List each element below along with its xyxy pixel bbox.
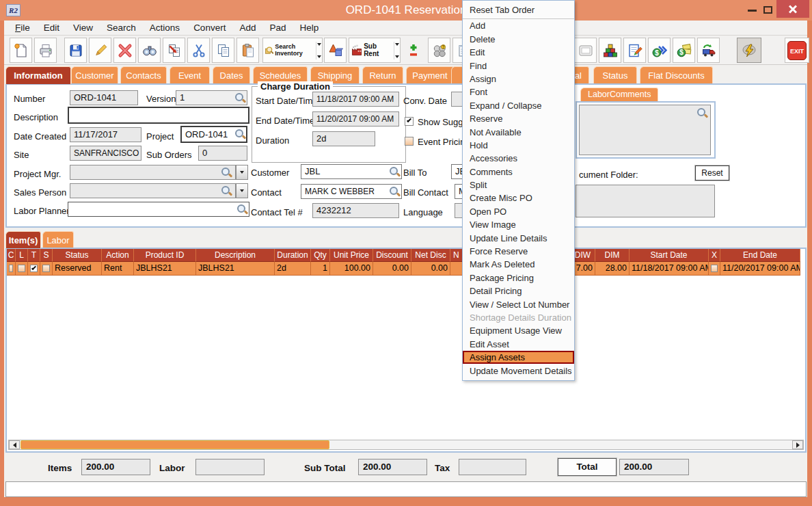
tab-event[interactable]: Event	[170, 66, 210, 84]
row-checkbox-c[interactable]	[9, 265, 13, 272]
menu-item-find[interactable]: Find	[463, 59, 574, 72]
add-remove-button[interactable]	[402, 38, 424, 63]
minimize-button[interactable]	[748, 10, 757, 12]
column-header-start-date[interactable]: Start Date	[630, 249, 709, 262]
sub-rent-dropdown[interactable]	[394, 42, 400, 59]
menu-item-create-misc-po[interactable]: Create Misc PO	[463, 191, 574, 204]
menu-item-font[interactable]: Font	[463, 85, 574, 98]
column-header-s[interactable]: S	[40, 249, 53, 262]
form-edit-button[interactable]	[623, 38, 646, 63]
tab-flat-discounts[interactable]: Flat Discounts	[640, 66, 713, 84]
scroll-left-button[interactable]	[9, 440, 20, 449]
items-table-row[interactable]: ReservedRentJBLHS21JBLHS212d1100.000.000…	[7, 262, 800, 276]
column-header-t[interactable]: T	[28, 249, 40, 262]
find-button[interactable]	[138, 38, 161, 63]
search-inventory-dropdown[interactable]	[316, 42, 322, 59]
menu-item-detail-pricing[interactable]: Detail Pricing	[463, 284, 574, 297]
document-folder-field[interactable]	[576, 185, 715, 217]
description-field[interactable]	[68, 107, 249, 124]
delete-button[interactable]	[113, 38, 136, 63]
version-search-icon[interactable]	[235, 93, 245, 103]
sales-person-search-icon[interactable]	[221, 186, 231, 196]
tab-status[interactable]: Status	[593, 66, 637, 84]
sales-person-dropdown[interactable]	[236, 183, 248, 198]
paste-button[interactable]	[236, 38, 259, 63]
cut-button[interactable]	[187, 38, 210, 63]
tab-contacts[interactable]: Contacts	[120, 66, 167, 84]
column-header-x[interactable]: X	[709, 249, 720, 262]
customer-field[interactable]: JBL	[301, 164, 402, 179]
contact-search-icon[interactable]	[390, 187, 399, 196]
tab-return[interactable]: Return	[362, 66, 403, 84]
column-header-unit-price[interactable]: Unit Price	[330, 249, 373, 262]
menu-item-add[interactable]: Add	[463, 19, 574, 32]
row-checkbox-s[interactable]	[42, 265, 50, 272]
exit-button[interactable]: EXIT	[785, 38, 809, 63]
row-checkbox-l[interactable]	[18, 265, 25, 272]
menu-item-update-movement-details[interactable]: Update Movement Details	[463, 364, 574, 377]
menu-item-delete[interactable]: Delete	[463, 33, 574, 46]
reset-button[interactable]: Reset	[695, 165, 729, 181]
menu-item-open-po[interactable]: Open PO	[463, 205, 574, 218]
keypad-button[interactable]	[574, 38, 597, 63]
menu-item-view-image[interactable]: View Image	[463, 218, 574, 231]
tab-payment[interactable]: Payment	[406, 66, 454, 84]
event-pricing-checkbox[interactable]	[405, 137, 414, 146]
cell-x[interactable]	[709, 262, 720, 276]
menu-item-accessories[interactable]: Accessories	[463, 152, 574, 165]
column-header-duration[interactable]: Duration	[275, 249, 311, 262]
tab-item-s-[interactable]: Item(s)	[5, 231, 41, 248]
menu-item-assign[interactable]: Assign	[463, 72, 574, 85]
row-checkbox-t[interactable]	[30, 265, 38, 272]
maximize-button[interactable]	[763, 6, 772, 14]
project-mgr-field[interactable]	[70, 165, 236, 180]
edit-button[interactable]	[89, 38, 111, 63]
copy-button[interactable]	[212, 38, 234, 63]
menu-item-mark-as-deleted[interactable]: Mark As Deleted	[463, 258, 574, 271]
labor-comments-search-icon[interactable]	[697, 108, 707, 118]
column-header-status[interactable]: Status	[53, 249, 102, 262]
menu-item-view-select-lot-number[interactable]: View / Select Lot Number	[463, 298, 574, 311]
column-header-c[interactable]: C	[7, 249, 16, 262]
cubes-button[interactable]	[599, 38, 621, 63]
project-mgr-search-icon[interactable]	[221, 168, 231, 177]
save-button[interactable]	[64, 38, 87, 63]
project-mgr-dropdown[interactable]	[236, 165, 248, 180]
menu-view[interactable]: View	[66, 21, 100, 34]
menu-item-reserve[interactable]: Reserve	[463, 112, 574, 125]
contact-tel-field[interactable]: 4232212	[312, 203, 399, 218]
column-header-end-date[interactable]: End Date	[720, 249, 800, 262]
cell-l[interactable]	[16, 262, 28, 276]
contact-field[interactable]: MARK C WEBBER	[301, 184, 402, 199]
spheres-button[interactable]: ?	[428, 38, 450, 63]
search-inventory-button[interactable]: Search Inventory	[262, 38, 323, 63]
cell-c[interactable]	[7, 262, 16, 276]
close-button[interactable]	[776, 0, 809, 18]
row-checkbox-x[interactable]	[711, 265, 718, 272]
end-datetime-field[interactable]: 11/20/2017 09:00 AM	[312, 111, 399, 126]
menu-help[interactable]: Help	[293, 21, 325, 34]
menu-item-edit-asset[interactable]: Edit Asset	[463, 338, 574, 351]
customer-search-icon[interactable]	[390, 167, 399, 176]
column-header-l[interactable]: L	[16, 249, 28, 262]
column-header-dim[interactable]: DIM	[595, 249, 630, 262]
menu-search[interactable]: Search	[100, 21, 143, 34]
labor-comments-textarea[interactable]	[579, 105, 711, 155]
new-document-button[interactable]	[10, 38, 32, 63]
dollar-forward-button[interactable]: $	[648, 38, 671, 63]
menu-item-not-available[interactable]: Not Available	[463, 126, 574, 139]
column-header-description[interactable]: Description	[196, 249, 275, 262]
dollar-notes-button[interactable]: $	[673, 38, 695, 63]
tab-labor-comments[interactable]: LaborComments	[580, 88, 658, 101]
menu-item-expand-collapse[interactable]: Expand / Collapse	[463, 99, 574, 112]
menu-add[interactable]: Add	[232, 21, 262, 34]
menu-item-update-line-details[interactable]: Update Line Details	[463, 232, 574, 245]
tab-dates[interactable]: Dates	[213, 66, 250, 84]
column-header-product-id[interactable]: Product ID	[134, 249, 196, 262]
scrollbar-thumb[interactable]	[21, 440, 329, 449]
print-button[interactable]	[34, 38, 57, 63]
copy-special-button[interactable]	[163, 38, 185, 63]
duration-field[interactable]: 2d	[312, 131, 375, 146]
menu-item-comments[interactable]: Comments	[463, 165, 574, 178]
menu-file[interactable]: File	[8, 21, 37, 34]
